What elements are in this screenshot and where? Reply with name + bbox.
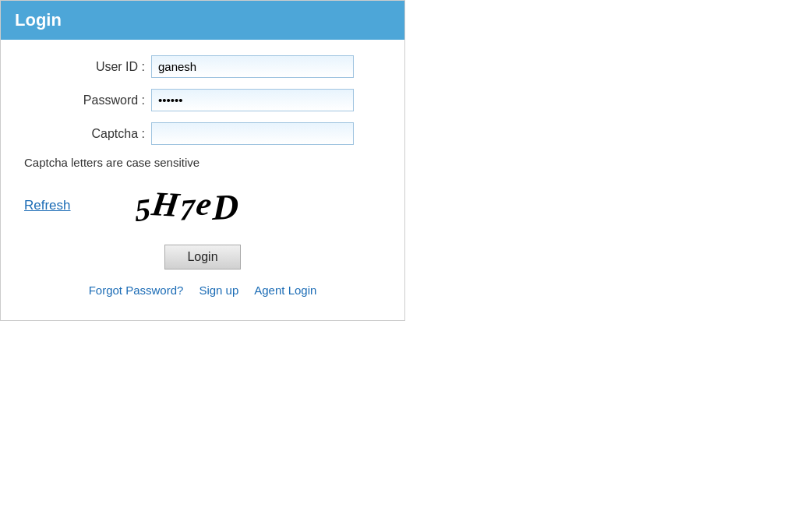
password-row: Password : bbox=[16, 89, 389, 111]
agent-login-link[interactable]: Agent Login bbox=[254, 284, 316, 297]
refresh-link[interactable]: Refresh bbox=[24, 198, 94, 213]
sign-up-link[interactable]: Sign up bbox=[199, 284, 238, 297]
footer-links: Forgot Password? Sign up Agent Login bbox=[16, 284, 389, 305]
userid-input[interactable] bbox=[151, 55, 354, 78]
captcha-image-row: Refresh 5H7eD bbox=[16, 180, 389, 231]
login-container: Login User ID : Password : Captcha : Cap… bbox=[0, 0, 405, 321]
login-button[interactable]: Login bbox=[164, 245, 240, 270]
captcha-input[interactable] bbox=[151, 122, 354, 145]
login-title: Login bbox=[15, 10, 390, 30]
password-input[interactable] bbox=[151, 89, 354, 111]
password-label: Password : bbox=[51, 93, 145, 107]
captcha-image: 5H7eD bbox=[125, 180, 250, 231]
login-header: Login bbox=[1, 1, 404, 40]
login-button-row: Login bbox=[16, 245, 389, 270]
login-body: User ID : Password : Captcha : Captcha l… bbox=[1, 40, 404, 320]
captcha-row: Captcha : bbox=[16, 122, 389, 145]
userid-row: User ID : bbox=[16, 55, 389, 78]
captcha-display: 5H7eD bbox=[133, 188, 242, 224]
forgot-password-link[interactable]: Forgot Password? bbox=[89, 284, 184, 297]
captcha-label: Captcha : bbox=[51, 127, 145, 141]
userid-label: User ID : bbox=[51, 60, 145, 74]
captcha-note: Captcha letters are case sensitive bbox=[16, 156, 389, 169]
